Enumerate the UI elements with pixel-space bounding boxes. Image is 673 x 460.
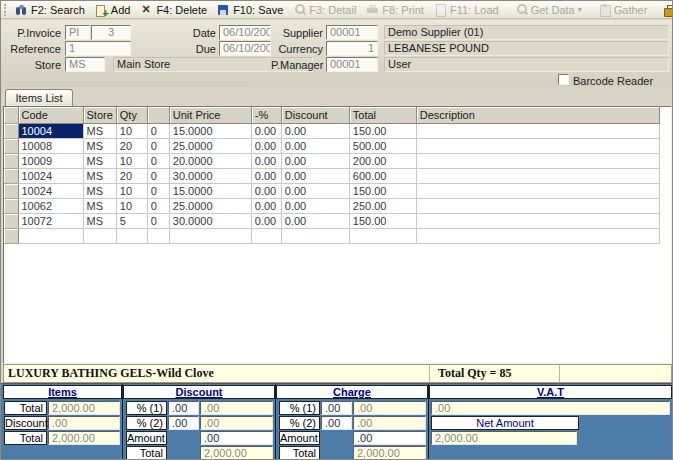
search-button[interactable]: F2: Search: [10, 2, 90, 18]
cell[interactable]: [18, 228, 83, 243]
cell[interactable]: MS: [83, 198, 116, 213]
discount-p1-value-field[interactable]: .00: [200, 401, 273, 415]
row-selector[interactable]: [4, 213, 18, 228]
vat-value-field[interactable]: .00: [431, 401, 670, 415]
barcode-reader-checkbox[interactable]: [558, 74, 569, 85]
cell[interactable]: 0: [147, 183, 169, 198]
cell[interactable]: 10072: [18, 213, 83, 228]
cell[interactable]: 0.00: [251, 183, 281, 198]
row-selector[interactable]: [4, 228, 18, 243]
delete-button[interactable]: F4: Delete: [135, 2, 212, 18]
cell[interactable]: 0.00: [251, 198, 281, 213]
cell[interactable]: [416, 183, 659, 198]
cell[interactable]: 10009: [18, 153, 83, 168]
cell[interactable]: 10008: [18, 138, 83, 153]
cell[interactable]: [416, 123, 659, 138]
row-selector[interactable]: [4, 123, 18, 138]
cell[interactable]: MS: [83, 123, 116, 138]
save-button[interactable]: F10: Save: [212, 2, 288, 18]
cell[interactable]: [416, 213, 659, 228]
charge-amount-field[interactable]: .00: [353, 431, 426, 445]
cell[interactable]: 25.0000: [169, 198, 251, 213]
due-date-field[interactable]: 06/10/2009: [219, 41, 271, 56]
cell[interactable]: [416, 228, 659, 243]
cell[interactable]: 0: [147, 198, 169, 213]
currency-code-field[interactable]: 1: [326, 41, 378, 56]
discount-total-field[interactable]: 2,000.00: [200, 446, 273, 460]
cell[interactable]: 10: [116, 198, 147, 213]
exit-button[interactable]: F12: Exit: [658, 2, 673, 18]
cell[interactable]: [251, 228, 281, 243]
cell[interactable]: 30.0000: [169, 168, 251, 183]
cell[interactable]: 10: [116, 123, 147, 138]
cell[interactable]: [416, 198, 659, 213]
discount-p1-pct-field[interactable]: .00: [168, 401, 199, 415]
cell[interactable]: [169, 228, 251, 243]
cell[interactable]: 0.00: [281, 168, 349, 183]
cell[interactable]: 10: [116, 183, 147, 198]
row-selector[interactable]: [4, 183, 18, 198]
cell[interactable]: MS: [83, 213, 116, 228]
p-invoice-number-field[interactable]: 3: [91, 25, 131, 40]
discount-p2-pct-field[interactable]: .00: [168, 416, 199, 430]
cell[interactable]: [116, 228, 147, 243]
cell[interactable]: 0.00: [281, 138, 349, 153]
cell[interactable]: [416, 168, 659, 183]
charge-total-field[interactable]: 2,000.00: [353, 446, 426, 460]
reference-field[interactable]: 1: [65, 41, 131, 56]
charge-p2-pct-field[interactable]: .00: [321, 416, 352, 430]
cell[interactable]: 0.00: [281, 153, 349, 168]
cell[interactable]: 500.00: [349, 138, 416, 153]
cell[interactable]: 0: [147, 153, 169, 168]
cell[interactable]: 10024: [18, 183, 83, 198]
cell[interactable]: 0: [147, 168, 169, 183]
cell[interactable]: 20: [116, 138, 147, 153]
cell[interactable]: 200.00: [349, 153, 416, 168]
date-field[interactable]: 06/10/2009: [219, 25, 271, 40]
row-selector[interactable]: [4, 168, 18, 183]
charge-p1-pct-field[interactable]: .00: [321, 401, 352, 415]
cell[interactable]: 10062: [18, 198, 83, 213]
cell[interactable]: 150.00: [349, 183, 416, 198]
cell[interactable]: 25.0000: [169, 138, 251, 153]
cell[interactable]: [281, 228, 349, 243]
supplier-code-field[interactable]: 00001: [326, 25, 378, 40]
row-selector[interactable]: [4, 198, 18, 213]
cell[interactable]: 150.00: [349, 213, 416, 228]
cell[interactable]: 0: [147, 138, 169, 153]
cell[interactable]: 0.00: [281, 183, 349, 198]
net-amount-field[interactable]: 2,000.00: [431, 431, 577, 445]
cell[interactable]: 0.00: [251, 123, 281, 138]
cell[interactable]: 20.0000: [169, 153, 251, 168]
cell[interactable]: 0.00: [251, 153, 281, 168]
cell[interactable]: 20: [116, 168, 147, 183]
cell[interactable]: 5: [116, 213, 147, 228]
cell[interactable]: [416, 153, 659, 168]
row-selector[interactable]: [4, 153, 18, 168]
cell[interactable]: 0.00: [281, 198, 349, 213]
cell[interactable]: 150.00: [349, 123, 416, 138]
store-code-field[interactable]: MS: [65, 57, 105, 72]
cell[interactable]: 0.00: [251, 168, 281, 183]
p-invoice-prefix-field[interactable]: PI: [65, 25, 90, 40]
p-manager-code-field[interactable]: 00001: [326, 57, 378, 72]
cell[interactable]: 0.00: [251, 138, 281, 153]
discount-p2-value-field[interactable]: .00: [200, 416, 273, 430]
charge-p1-value-field[interactable]: .00: [353, 401, 426, 415]
cell[interactable]: 0.00: [281, 213, 349, 228]
cell[interactable]: 600.00: [349, 168, 416, 183]
charge-p2-value-field[interactable]: .00: [353, 416, 426, 430]
cell[interactable]: 10024: [18, 168, 83, 183]
cell[interactable]: 250.00: [349, 198, 416, 213]
add-button[interactable]: Add: [90, 2, 136, 18]
cell[interactable]: 0: [147, 123, 169, 138]
cell[interactable]: MS: [83, 168, 116, 183]
cell[interactable]: 30.0000: [169, 213, 251, 228]
cell[interactable]: [349, 228, 416, 243]
cell[interactable]: 0: [147, 213, 169, 228]
row-selector[interactable]: [4, 138, 18, 153]
cell[interactable]: [147, 228, 169, 243]
cell[interactable]: [83, 228, 116, 243]
items-total2-field[interactable]: 2,000.00: [48, 431, 120, 445]
toolbar-grip[interactable]: [4, 4, 6, 16]
